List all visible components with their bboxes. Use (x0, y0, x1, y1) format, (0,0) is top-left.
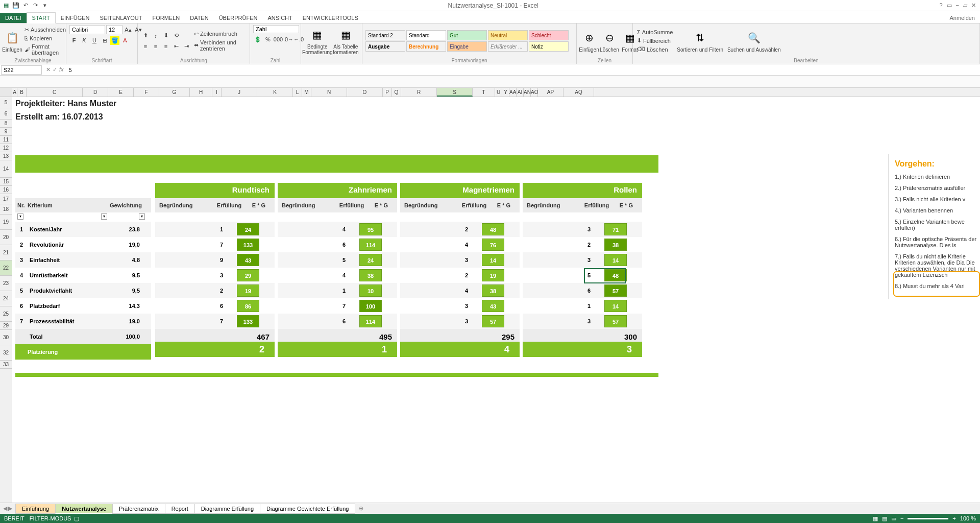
variant-row[interactable]: 476 (400, 237, 520, 252)
inc-decimal-icon[interactable]: .0→ (284, 35, 293, 44)
col-header[interactable]: R (401, 88, 437, 97)
sheet-tab-nutzwertanalyse[interactable]: Nutzwertanalyse (55, 504, 113, 514)
variant-row[interactable]: 7133 (155, 314, 275, 329)
variant-row[interactable]: 314 (400, 252, 520, 268)
bold-button[interactable]: F (69, 36, 79, 45)
outline-ruler[interactable] (0, 76, 980, 88)
comma-icon[interactable]: 000 (274, 35, 283, 44)
border-button[interactable]: ⊞ (100, 36, 109, 45)
criteria-row[interactable]: 2Revolutionär19,0 (15, 237, 151, 252)
indent-increase-icon[interactable]: ⇥ (182, 42, 191, 51)
align-left-icon[interactable]: ≡ (141, 42, 150, 51)
fx-icon[interactable]: fx (59, 66, 64, 73)
copy-button[interactable]: ⎘ Kopieren (23, 35, 67, 42)
sort-filter-button[interactable]: ⇅Sortieren und Filtern (676, 29, 724, 54)
variant-row[interactable]: 943 (155, 252, 275, 268)
tab-start[interactable]: START (27, 12, 56, 23)
style-berechnung[interactable]: Berechnung (406, 41, 446, 52)
variant-row[interactable]: 248 (400, 222, 520, 237)
view-pagelayout-icon[interactable]: ▤ (882, 515, 887, 522)
row-header[interactable]: 29 (0, 322, 12, 330)
col-header[interactable]: H (190, 88, 212, 97)
orientation-icon[interactable]: ⟲ (172, 31, 181, 40)
criteria-row[interactable]: 6Platzbedarf14,3 (15, 298, 151, 314)
qat-more-icon[interactable]: ▾ (41, 2, 49, 10)
underline-button[interactable]: U (90, 36, 99, 45)
autosum-button[interactable]: Σ AutoSumme (636, 29, 674, 36)
help-icon[interactable]: ? (939, 2, 942, 9)
col-header[interactable]: D (83, 88, 108, 97)
col-header[interactable]: K (257, 88, 293, 97)
tab-next-icon[interactable]: ▶ (8, 505, 12, 512)
format-table-button[interactable]: ▦Als Tabelle formatieren (333, 26, 359, 56)
tab-first-icon[interactable]: ◀ (3, 505, 7, 512)
variant-row[interactable]: 438 (400, 283, 520, 298)
variant-row[interactable]: 686 (155, 298, 275, 314)
row-header[interactable]: 6 (0, 108, 12, 120)
row-header[interactable]: 24 (0, 291, 12, 306)
row-header[interactable]: 23 (0, 276, 12, 291)
row-header[interactable]: 33 (0, 361, 12, 369)
percent-icon[interactable]: % (263, 35, 273, 44)
col-header[interactable]: E (108, 88, 134, 97)
col-header[interactable]: C (27, 88, 83, 97)
col-header[interactable]: G (159, 88, 190, 97)
variant-row[interactable]: 110 (278, 283, 397, 298)
col-header[interactable]: AQ (564, 88, 594, 97)
variant-row[interactable]: 6114 (278, 314, 397, 329)
col-header[interactable]: F (134, 88, 159, 97)
variant-row[interactable]: 371 (523, 222, 642, 237)
col-header[interactable]: N (311, 88, 347, 97)
font-color-button[interactable]: A (120, 36, 130, 45)
variant-row[interactable]: 219 (155, 283, 275, 298)
col-header[interactable]: A (12, 88, 17, 97)
row-header[interactable]: 15 (0, 178, 12, 186)
row-header[interactable]: 25 (0, 306, 12, 322)
zoom-in-icon[interactable]: + (952, 515, 955, 521)
row-header[interactable]: 9 (0, 128, 12, 136)
row-header[interactable]: 21 (0, 245, 12, 260)
sheet-tab-diagramme-erf[interactable]: Diagramme Erfüllung (194, 504, 260, 514)
col-header[interactable]: P (383, 88, 392, 97)
number-format-select[interactable] (253, 25, 299, 33)
zoom-slider[interactable] (908, 518, 948, 519)
select-all-button[interactable] (0, 88, 12, 97)
variant-row[interactable]: 548 (523, 268, 642, 283)
row-header[interactable]: 22 (0, 260, 12, 276)
variant-row[interactable]: 7133 (155, 237, 275, 252)
cut-button[interactable]: ✂ Ausschneiden (23, 26, 67, 34)
variant-row[interactable]: 343 (400, 298, 520, 314)
variant-row[interactable]: 7100 (278, 298, 397, 314)
row-header[interactable]: 20 (0, 230, 12, 245)
ribbon-display-icon[interactable]: ▭ (947, 2, 952, 9)
col-header[interactable]: L (293, 88, 302, 97)
signin-link[interactable]: Anmelden (944, 13, 980, 23)
font-size-select[interactable] (106, 25, 122, 34)
variant-row[interactable]: 238 (523, 237, 642, 252)
criteria-row[interactable]: 1Kosten/Jahr23,8 (15, 222, 151, 237)
worksheet-grid[interactable]: Projektleiter: Hans Muster Erstellt am: … (12, 97, 980, 520)
col-header[interactable]: AP (538, 88, 564, 97)
add-sheet-button[interactable]: ⊕ (355, 504, 368, 513)
find-select-button[interactable]: 🔍Suchen und Auswählen (726, 29, 782, 54)
name-box[interactable] (1, 65, 42, 75)
row-header[interactable]: 19 (0, 215, 12, 230)
clear-button[interactable]: ⌫ Löschen (636, 45, 674, 53)
indent-decrease-icon[interactable]: ⇤ (172, 42, 181, 51)
minimize-icon[interactable]: − (956, 2, 959, 9)
macro-record-icon[interactable]: ▢ (74, 515, 79, 522)
view-normal-icon[interactable]: ▦ (873, 515, 878, 522)
col-header[interactable]: AO (531, 88, 538, 97)
tab-insert[interactable]: EINFÜGEN (56, 13, 95, 23)
criteria-row[interactable]: 3Einfachheit4,8 (15, 252, 151, 268)
variant-row[interactable]: 357 (523, 314, 642, 329)
criteria-row[interactable]: 4Umrüstbarkeit9,5 (15, 268, 151, 283)
insert-cells-button[interactable]: ⊕Einfügen (580, 29, 598, 54)
conditional-format-button[interactable]: ▦Bedingte Formatierung (304, 26, 331, 56)
variant-row[interactable]: 314 (523, 252, 642, 268)
view-pagebreak-icon[interactable]: ▭ (891, 515, 896, 522)
col-header[interactable]: Q (392, 88, 401, 97)
variant-row[interactable]: 219 (400, 268, 520, 283)
variant-row[interactable]: 524 (278, 252, 397, 268)
criteria-row[interactable]: 5Produktvielfahlt9,5 (15, 283, 151, 298)
